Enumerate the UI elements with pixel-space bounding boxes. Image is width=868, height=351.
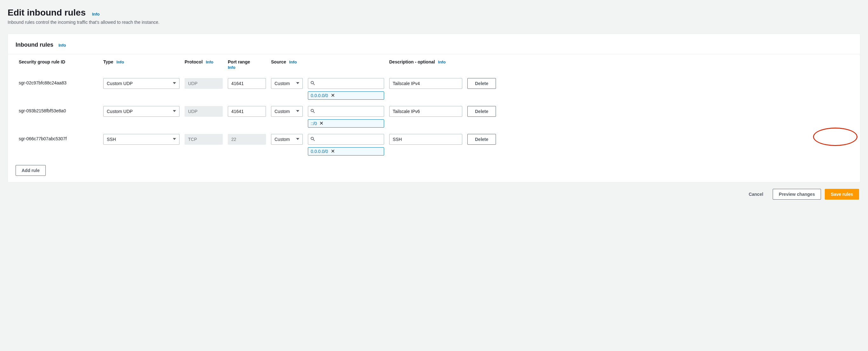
svg-line-3 — [313, 83, 314, 85]
description-cell — [389, 78, 462, 89]
protocol-cell — [185, 134, 223, 145]
add-rule-button[interactable]: Add rule — [16, 165, 46, 176]
port-range-input[interactable] — [228, 106, 266, 117]
protocol-cell — [185, 106, 223, 117]
col-header-protocol-info[interactable]: Info — [206, 60, 214, 64]
source-cidr-tag: 0.0.0.0/0✕ — [308, 147, 384, 155]
port-cell — [228, 134, 266, 145]
port-cell — [228, 106, 266, 117]
type-cell — [103, 78, 180, 89]
col-header-description-info[interactable]: Info — [438, 60, 446, 64]
page-subtitle: Inbound rules control the incoming traff… — [8, 20, 860, 25]
sg-rule-id: sgr-093b2158fbf53e8a0 — [19, 106, 98, 113]
source-cidr-tag: 0.0.0.0/0✕ — [308, 92, 384, 100]
col-header-source-label: Source — [271, 59, 286, 64]
protocol-input — [185, 78, 223, 89]
col-header-description: Description - optional Info — [389, 59, 462, 64]
source-input-cell: 0.0.0.0/0✕ — [308, 78, 384, 100]
sg-rule-id: sgr-02c97bfc88c24aa83 — [19, 78, 98, 85]
svg-line-11 — [313, 139, 314, 141]
source-cidr-label: 0.0.0.0/0 — [311, 93, 328, 98]
search-icon — [310, 109, 315, 113]
delete-button[interactable]: Delete — [467, 78, 496, 89]
protocol-cell — [185, 78, 223, 89]
col-header-source: Source Info — [271, 59, 303, 64]
type-select[interactable] — [103, 78, 180, 89]
delete-cell: Delete — [467, 106, 496, 117]
delete-button[interactable]: Delete — [467, 134, 496, 145]
description-input[interactable] — [389, 78, 462, 89]
page-title: Edit inbound rules — [8, 8, 86, 18]
source-select-cell — [271, 134, 303, 145]
col-header-sg-rule-id: Security group rule ID — [19, 59, 98, 64]
rules-body: sgr-02c97bfc88c24aa830.0.0.0/0✕Deletesgr… — [16, 75, 852, 159]
preview-changes-button[interactable]: Preview changes — [773, 189, 821, 200]
col-header-type-info[interactable]: Info — [117, 60, 124, 64]
svg-line-7 — [313, 111, 314, 113]
inbound-rules-panel: Inbound rules Info Security group rule I… — [8, 34, 860, 182]
source-search-input[interactable] — [308, 134, 384, 145]
description-cell — [389, 106, 462, 117]
rules-table: Security group rule ID Type Info Protoco… — [8, 54, 860, 159]
panel-header: Inbound rules Info — [8, 42, 860, 54]
svg-point-6 — [311, 109, 314, 112]
delete-button[interactable]: Delete — [467, 106, 496, 117]
table-row: sgr-02c97bfc88c24aa830.0.0.0/0✕Delete — [16, 75, 852, 103]
table-row: sgr-093b2158fbf53e8a0::/0✕Delete — [16, 103, 852, 131]
source-search-input[interactable] — [308, 106, 384, 117]
description-input[interactable] — [389, 134, 462, 145]
col-header-source-info[interactable]: Info — [289, 60, 297, 64]
source-input-cell: 0.0.0.0/0✕ — [308, 134, 384, 155]
search-icon — [310, 137, 315, 141]
table-header-row: Security group rule ID Type Info Protoco… — [16, 54, 852, 75]
save-rules-button[interactable]: Save rules — [825, 189, 859, 200]
port-cell — [228, 78, 266, 89]
protocol-input — [185, 134, 223, 145]
page-header: Edit inbound rules Info — [8, 8, 860, 18]
source-select-cell — [271, 78, 303, 89]
remove-tag-icon[interactable]: ✕ — [331, 149, 335, 154]
source-select[interactable] — [271, 106, 303, 117]
description-cell — [389, 134, 462, 145]
cancel-button[interactable]: Cancel — [743, 189, 769, 200]
source-input-cell: ::/0✕ — [308, 106, 384, 128]
port-range-input[interactable] — [228, 78, 266, 89]
col-header-port: Port range Info — [228, 59, 266, 70]
col-header-protocol-label: Protocol — [185, 59, 203, 64]
col-header-port-label: Port range — [228, 59, 266, 64]
page-title-info-link[interactable]: Info — [92, 12, 100, 16]
panel-title: Inbound rules — [16, 42, 53, 48]
table-row: sgr-066c77b07abc5307f0.0.0.0/0✕Delete — [16, 131, 852, 159]
source-cidr-label: 0.0.0.0/0 — [311, 149, 328, 154]
port-range-input — [228, 134, 266, 145]
protocol-input — [185, 106, 223, 117]
source-select[interactable] — [271, 134, 303, 145]
col-header-description-label: Description - optional — [389, 59, 435, 64]
page-footer: Cancel Preview changes Save rules — [8, 189, 860, 200]
delete-cell: Delete — [467, 78, 496, 89]
source-search-input[interactable] — [308, 78, 384, 89]
col-header-type-label: Type — [103, 59, 114, 64]
description-input[interactable] — [389, 106, 462, 117]
source-select[interactable] — [271, 78, 303, 89]
remove-tag-icon[interactable]: ✕ — [331, 93, 335, 98]
panel-title-info-link[interactable]: Info — [58, 43, 66, 47]
type-cell — [103, 134, 180, 145]
delete-cell: Delete — [467, 134, 496, 145]
search-icon — [310, 81, 315, 85]
col-header-type: Type Info — [103, 59, 180, 64]
panel-footer: Add rule — [8, 159, 860, 176]
svg-point-10 — [311, 137, 314, 140]
col-header-port-info[interactable]: Info — [228, 65, 266, 70]
svg-point-2 — [311, 81, 314, 84]
type-select[interactable] — [103, 134, 180, 145]
source-select-cell — [271, 106, 303, 117]
sg-rule-id: sgr-066c77b07abc5307f — [19, 134, 98, 141]
col-header-protocol: Protocol Info — [185, 59, 223, 64]
type-select[interactable] — [103, 106, 180, 117]
source-cidr-label: ::/0 — [311, 121, 317, 126]
remove-tag-icon[interactable]: ✕ — [319, 121, 323, 126]
type-cell — [103, 106, 180, 117]
source-cidr-tag: ::/0✕ — [308, 119, 384, 128]
